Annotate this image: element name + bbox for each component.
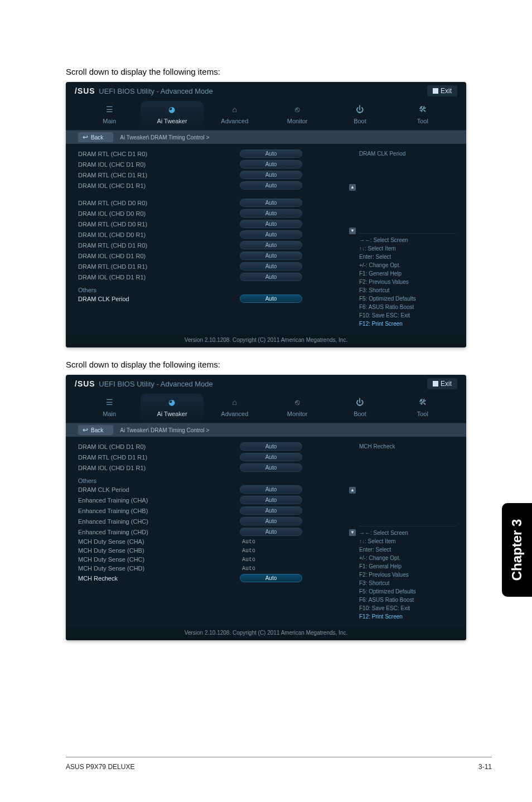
tab-mon-label: Monitor <box>287 118 308 124</box>
tab-boot-label: Boot <box>354 410 366 417</box>
scroll-down-icon[interactable]: ▼ <box>349 529 356 536</box>
setting-row[interactable]: DRAM IOL (CHC D1 R1)Auto <box>78 180 351 191</box>
setting-value[interactable]: Auto <box>240 273 302 281</box>
tab-ai-tweaker[interactable]: ◕Ai Tweaker <box>141 394 203 423</box>
setting-row[interactable]: DRAM RTL (CHD D0 R1)Auto <box>78 219 351 229</box>
back-button[interactable]: ↩ Back <box>78 132 113 142</box>
setting-value[interactable]: Auto <box>240 496 302 504</box>
setting-row[interactable]: MCH Duty Sense (CHC)Auto <box>78 555 351 564</box>
plug-icon: ⎋ <box>290 397 304 407</box>
tab-main[interactable]: ☰Main <box>78 394 141 423</box>
setting-label: DRAM IOL (CHD D0 R0) <box>78 210 240 217</box>
setting-value[interactable]: Auto <box>240 574 302 582</box>
setting-value[interactable]: Auto <box>240 262 302 270</box>
tab-tool[interactable]: 🛠Tool <box>391 394 454 423</box>
tab-main[interactable]: ☰Main <box>78 101 141 130</box>
setting-row-selected[interactable]: DRAM CLK PeriodAuto <box>78 293 351 304</box>
setting-value[interactable]: Auto <box>240 294 302 303</box>
back-button[interactable]: ↩ Back <box>78 425 113 435</box>
scroll-down-icon[interactable]: ▼ <box>349 228 356 234</box>
tab-ai-tweaker[interactable]: ◕Ai Tweaker <box>141 101 203 130</box>
setting-value[interactable]: Auto <box>240 171 302 179</box>
setting-value[interactable]: Auto <box>240 199 302 207</box>
back-arrow-icon: ↩ <box>83 426 88 434</box>
setting-row[interactable]: DRAM IOL (CHD D1 R1)Auto <box>78 462 351 473</box>
setting-row[interactable]: DRAM IOL (CHD D1 R0)Auto <box>78 441 351 452</box>
setting-value[interactable]: Auto <box>240 209 302 218</box>
exit-button[interactable]: Exit <box>427 85 457 96</box>
tab-boot[interactable]: ⏻Boot <box>328 394 391 423</box>
back-label: Back <box>91 134 103 141</box>
setting-row[interactable]: DRAM IOL (CHD D1 R0)Auto <box>78 250 351 261</box>
setting-row[interactable]: Enhanced Training (CHC)Auto <box>78 516 351 526</box>
setting-value[interactable]: Auto <box>240 463 302 472</box>
settings-list: DRAM RTL (CHC D1 R0)Auto DRAM IOL (CHC D… <box>78 148 355 330</box>
setting-row[interactable]: MCH Duty Sense (CHB)Auto <box>78 546 351 555</box>
setting-value[interactable]: Auto <box>240 160 302 168</box>
setting-value[interactable]: Auto <box>240 528 302 536</box>
tab-boot[interactable]: ⏻Boot <box>328 101 391 130</box>
bios-title: /SUS UEFI BIOS Utility - Advanced Mode <box>75 379 213 388</box>
tab-tool-label: Tool <box>417 118 428 124</box>
setting-label: DRAM RTL (CHC D1 R1) <box>78 172 240 178</box>
setting-row[interactable]: Enhanced Training (CHA)Auto <box>78 495 351 505</box>
setting-row[interactable]: DRAM RTL (CHC D1 R1)Auto <box>78 170 351 180</box>
setting-value-text[interactable]: Auto <box>240 566 302 572</box>
setting-row[interactable]: MCH Duty Sense (CHD)Auto <box>78 564 351 573</box>
setting-row[interactable]: Enhanced Training (CHB)Auto <box>78 505 351 516</box>
setting-value-text[interactable]: Auto <box>240 548 302 554</box>
setting-value-text[interactable]: Auto <box>240 539 302 545</box>
setting-row[interactable]: DRAM IOL (CHD D0 R0)Auto <box>78 208 351 219</box>
setting-row[interactable]: DRAM RTL (CHD D0 R0)Auto <box>78 197 351 208</box>
power-icon: ⏻ <box>352 397 367 407</box>
setting-value[interactable]: Auto <box>240 181 302 190</box>
scroll-up-icon[interactable]: ▲ <box>349 184 356 191</box>
caption-2: Scroll down to display the following ite… <box>66 360 466 369</box>
setting-label: MCH Duty Sense (CHA) <box>78 538 240 545</box>
nav-tabs: ☰Main ◕Ai Tweaker ⌂Advanced ⎋Monitor ⏻Bo… <box>66 389 466 423</box>
setting-row[interactable]: DRAM IOL (CHC D1 R0)Auto <box>78 159 351 170</box>
version-bar: Version 2.10.1208. Copyright (C) 2011 Am… <box>66 627 466 640</box>
page-footer: ASUS P9X79 DELUXE 3-11 <box>66 757 492 771</box>
list-icon: ☰ <box>102 104 117 114</box>
setting-row[interactable]: DRAM CLK PeriodAuto <box>78 484 351 495</box>
setting-row[interactable]: MCH Duty Sense (CHA)Auto <box>78 537 351 546</box>
setting-value-text[interactable]: Auto <box>240 557 302 563</box>
setting-value[interactable]: Auto <box>240 230 302 239</box>
tab-tool-label: Tool <box>417 410 428 417</box>
setting-label: DRAM CLK Period <box>78 486 240 493</box>
setting-row[interactable]: DRAM IOL (CHD D0 R1)Auto <box>78 229 351 240</box>
setting-value[interactable]: Auto <box>240 149 302 158</box>
exit-label: Exit <box>441 87 452 95</box>
setting-row[interactable]: DRAM RTL (CHD D1 R1)Auto <box>78 452 351 462</box>
setting-value[interactable]: Auto <box>240 241 302 249</box>
setting-value[interactable]: Auto <box>240 453 302 461</box>
tab-advanced[interactable]: ⌂Advanced <box>204 101 266 130</box>
breadcrumb-path: Ai Tweaker\ DRAM Timing Control > <box>120 134 209 141</box>
setting-value[interactable]: Auto <box>240 485 302 494</box>
help-panel: MCH Recheck →←: Select Screen↑↓: Select … <box>355 441 458 623</box>
setting-row[interactable]: DRAM IOL (CHD D1 R1)Auto <box>78 272 351 282</box>
setting-row[interactable]: Enhanced Training (CHD)Auto <box>78 526 351 537</box>
tab-monitor[interactable]: ⎋Monitor <box>266 394 328 423</box>
setting-row-selected[interactable]: MCH RecheckAuto <box>78 573 351 583</box>
scroll-up-icon[interactable]: ▲ <box>349 487 356 494</box>
tab-monitor[interactable]: ⎋Monitor <box>266 101 328 130</box>
setting-label: Enhanced Training (CHC) <box>78 518 240 525</box>
tab-tool[interactable]: 🛠Tool <box>391 101 454 130</box>
exit-button[interactable]: Exit <box>427 378 457 389</box>
setting-value[interactable]: Auto <box>240 442 302 451</box>
gauge-icon: ◕ <box>165 104 179 114</box>
tab-advanced[interactable]: ⌂Advanced <box>204 394 266 423</box>
setting-row[interactable]: DRAM RTL (CHD D1 R1)Auto <box>78 261 351 272</box>
setting-row[interactable]: DRAM RTL (CHC D1 R0)Auto <box>78 148 351 159</box>
back-arrow-icon: ↩ <box>83 133 88 141</box>
setting-value[interactable]: Auto <box>240 517 302 525</box>
exit-icon <box>433 381 438 386</box>
setting-row[interactable]: DRAM RTL (CHD D1 R0)Auto <box>78 240 351 250</box>
setting-value[interactable]: Auto <box>240 220 302 228</box>
setting-value[interactable]: Auto <box>240 506 302 515</box>
setting-value[interactable]: Auto <box>240 252 302 260</box>
section-others: Others <box>78 477 351 484</box>
settings-list: DRAM IOL (CHD D1 R0)Auto DRAM RTL (CHD D… <box>78 441 355 623</box>
